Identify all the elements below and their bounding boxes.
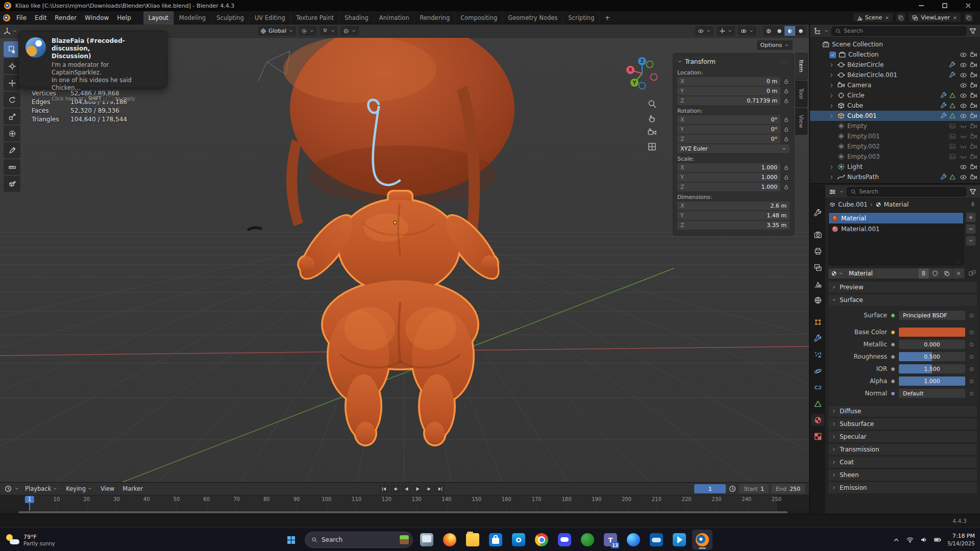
perspective-grid-icon[interactable] (647, 142, 657, 152)
workspace-tab-geometry-nodes[interactable]: Geometry Nodes (503, 11, 563, 24)
taskbar-app-vscode[interactable] (669, 530, 690, 550)
field-dimensions-y[interactable]: Y1.48 m (677, 211, 790, 220)
cam-icon[interactable] (970, 82, 977, 89)
properties-tab-view-layer[interactable] (811, 261, 824, 273)
timeline-menu-view[interactable]: View (97, 483, 118, 495)
chev-r-icon[interactable] (828, 174, 835, 181)
use-preview-range-icon[interactable] (728, 485, 737, 493)
breadcrumb-object[interactable]: Cube.001 (838, 201, 868, 208)
taskbar-app-xbox[interactable] (577, 530, 598, 550)
timeline-editor-icon[interactable] (4, 485, 12, 493)
transport-play-rev-button[interactable] (401, 484, 411, 493)
transport-skip-last-button[interactable] (435, 484, 445, 493)
section-transmission[interactable]: Transmission (828, 444, 977, 455)
cam-icon[interactable] (970, 133, 977, 140)
field-rotation-z[interactable]: Z0° (677, 135, 780, 143)
filter-icon[interactable] (969, 188, 977, 196)
field-surface[interactable]: Principled BSDF (899, 311, 965, 320)
transform-panel-header[interactable]: Transform :::: (677, 56, 790, 67)
field-normal[interactable]: Default (899, 389, 965, 398)
cam-icon[interactable] (970, 143, 977, 151)
timeline-editor[interactable]: PlaybackKeyingViewMarker 1 Start1 End250… (0, 482, 809, 514)
timeline-ruler[interactable]: 1102030405060708090100110120130140150160… (0, 495, 809, 511)
eye-icon[interactable] (960, 82, 967, 89)
outliner-row-nurbspath[interactable]: NurbsPath (810, 172, 980, 182)
tool-measure[interactable] (4, 159, 20, 175)
viewlayer-remove-icon[interactable] (952, 15, 958, 20)
start-button[interactable] (281, 530, 301, 550)
orientation-dropdown[interactable]: Global (258, 26, 296, 36)
taskbar-app-outlook[interactable]: O (508, 530, 529, 550)
unlink-material-button[interactable] (953, 268, 965, 279)
padlock-icon[interactable] (783, 174, 790, 181)
workspace-tab-animation[interactable]: Animation (374, 11, 415, 24)
outliner-row-empty-003[interactable]: Empty.003 (810, 152, 980, 162)
new-material-button[interactable] (941, 268, 953, 279)
menu-window[interactable]: Window (81, 11, 113, 24)
shading-material-button[interactable] (785, 26, 795, 36)
chev-r-icon[interactable] (828, 103, 835, 109)
animate-dot[interactable] (970, 331, 973, 334)
workspace-tab-sculpting[interactable]: Sculpting (211, 11, 250, 24)
overlays-dropdown[interactable] (738, 26, 756, 36)
menu-render[interactable]: Render (51, 11, 81, 24)
animate-dot[interactable] (970, 343, 973, 346)
taskbar-app-copilot[interactable] (623, 530, 644, 550)
new-scene-button[interactable] (896, 13, 906, 22)
show-object-types-dropdown[interactable] (695, 26, 714, 36)
outliner-row-b-ziercircle-001[interactable]: BézierCircle.001 (810, 70, 980, 80)
use-nodes-icon[interactable] (968, 269, 977, 278)
animate-dot[interactable] (970, 392, 973, 395)
taskbar-app-display[interactable] (416, 530, 437, 550)
properties-tab-modifiers[interactable] (811, 332, 824, 344)
eye-icon[interactable] (960, 71, 967, 79)
properties-tab-constraints[interactable] (811, 381, 824, 393)
pan-hand-icon[interactable] (647, 113, 657, 123)
properties-tab-texture[interactable] (811, 430, 824, 442)
eye-icon[interactable] (960, 61, 967, 69)
outliner-editor-icon[interactable] (813, 27, 821, 35)
wifi-icon[interactable] (906, 536, 914, 544)
chev-r-icon[interactable] (828, 164, 835, 170)
transport-play-button[interactable] (412, 484, 423, 493)
cam-icon[interactable] (970, 102, 977, 110)
field-rotation-x[interactable]: X0° (677, 115, 780, 124)
eye-icon[interactable] (960, 173, 967, 181)
padlock-icon[interactable] (783, 184, 790, 190)
maximize-button[interactable] (933, 0, 957, 11)
field-dimensions-x[interactable]: X2.6 m (677, 202, 790, 210)
fake-user-button[interactable] (929, 268, 941, 279)
cam-icon[interactable] (970, 112, 977, 120)
end-frame-field[interactable]: End250 (771, 484, 805, 493)
transport-skip-first-button[interactable] (379, 484, 389, 493)
gizmos-dropdown[interactable] (717, 26, 735, 36)
outliner-row-empty-002[interactable]: Empty.002 (810, 141, 980, 152)
eye-icon[interactable] (960, 112, 967, 120)
sidebar-tab-tool[interactable]: Tool (795, 81, 807, 107)
playhead-line[interactable] (29, 502, 30, 511)
taskbar-app-onedrive[interactable] (646, 530, 667, 550)
tool-add-cube[interactable] (4, 176, 20, 192)
section-diffuse[interactable]: Diffuse (828, 406, 977, 417)
menu-help[interactable]: Help (113, 11, 135, 24)
taskbar-app-discord[interactable] (554, 530, 575, 550)
material-slot-material-001[interactable]: Material.001 (829, 223, 963, 234)
field-location-y[interactable]: Y0 m (677, 87, 780, 95)
viewport-3d[interactable]: Global (0, 24, 809, 482)
properties-tab-object[interactable] (811, 316, 824, 328)
properties-editor-icon[interactable] (828, 188, 837, 196)
cam-icon[interactable] (970, 122, 977, 130)
rotation-mode-dropdown[interactable]: XYZ Euler (677, 144, 790, 153)
chev-r-icon[interactable] (828, 62, 835, 68)
properties-tab-render[interactable] (811, 229, 824, 241)
scene-selector[interactable]: Scene (853, 13, 894, 22)
properties-tab-material[interactable] (811, 414, 824, 426)
taskbar-search[interactable]: Search (305, 532, 413, 548)
animate-dot[interactable] (970, 367, 973, 371)
menu-file[interactable]: File (12, 11, 31, 24)
field-alpha[interactable]: 1.000 (899, 377, 965, 386)
properties-tab-tool[interactable] (811, 207, 824, 219)
shading-wireframe-button[interactable] (763, 26, 774, 36)
section-subsurface[interactable]: Subsurface (828, 418, 977, 430)
padlock-icon[interactable] (783, 164, 790, 171)
